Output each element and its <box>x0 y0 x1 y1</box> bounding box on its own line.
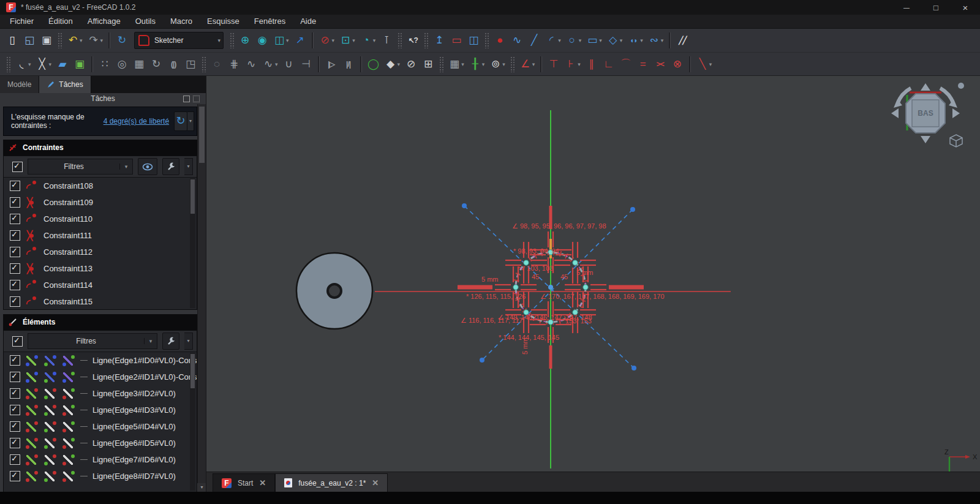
element-row[interactable]: Ligne(Edge2#ID1#VL0)-Const <box>4 369 197 385</box>
trim-edge-icon[interactable]: ╳ <box>34 55 54 73</box>
menu-item[interactable]: Affichage <box>80 15 128 28</box>
minimize-button[interactable] <box>892 0 921 15</box>
menu-item[interactable]: Aide <box>293 15 323 28</box>
view-sketch-icon[interactable]: ▭ <box>448 31 464 50</box>
elements-scrollbar[interactable] <box>190 353 195 491</box>
zoom-selection-icon[interactable]: ◉ <box>254 31 270 50</box>
mini-cube-icon[interactable] <box>950 135 962 147</box>
create-polyline-icon[interactable]: ∿ <box>509 31 525 50</box>
rotate-icon[interactable]: ◌ <box>209 55 225 73</box>
toolbar-drag-handle[interactable] <box>484 32 489 48</box>
chevron-down-icon[interactable] <box>187 111 194 131</box>
constraint-row[interactable]: Constraint112 <box>4 244 197 260</box>
checkbox[interactable] <box>10 197 20 208</box>
whats-this-icon[interactable]: ↖? <box>405 31 421 50</box>
leave-sketch-icon[interactable]: ↥ <box>431 31 447 50</box>
virtual-space-icon[interactable]: ⊞ <box>420 55 436 73</box>
3d-viewport[interactable]: ∠ 98, 95, 95, 96, 96, 97, 97, 98* 98, 93… <box>206 76 980 472</box>
menu-item[interactable]: Esquisse <box>200 15 247 28</box>
nav-right-arrow[interactable] <box>952 108 960 118</box>
validate-sketch-icon[interactable]: |▷ <box>323 55 339 73</box>
checkbox[interactable] <box>10 438 20 448</box>
sketch-point[interactable] <box>573 260 578 265</box>
nav-down-arrow[interactable] <box>921 136 930 143</box>
create-rectangle-icon[interactable]: ▭ <box>584 31 604 50</box>
checkbox[interactable] <box>10 263 20 274</box>
toolbar-drag-handle[interactable] <box>202 56 206 72</box>
toolbar-drag-handle[interactable] <box>398 32 402 48</box>
checkbox[interactable] <box>10 230 20 241</box>
dimension-icon[interactable]: ∠ <box>518 55 537 73</box>
element-row[interactable]: Ligne(Edge6#ID5#VL0) <box>4 435 197 451</box>
nav-up-arrow[interactable] <box>921 83 930 91</box>
tab-document[interactable]: fusée_a_eau_v2 : 1* <box>275 473 388 492</box>
create-point-icon[interactable]: ● <box>492 31 508 50</box>
checkbox[interactable] <box>10 296 20 307</box>
sketch-point[interactable] <box>583 285 588 290</box>
close-tab-icon[interactable] <box>372 478 379 487</box>
toolbar-drag-handle[interactable] <box>424 32 428 48</box>
panel-scrollbar[interactable] <box>197 104 206 483</box>
create-circle-icon[interactable]: ○ <box>564 31 584 50</box>
constraint-row[interactable]: Constraint110 <box>4 211 197 227</box>
redo-icon[interactable]: ↷ <box>86 31 105 50</box>
sketch-point[interactable] <box>513 285 518 290</box>
axonometric-view-icon[interactable]: ◫ <box>271 31 291 50</box>
internal-alignment-icon[interactable]: ⊘ <box>403 55 419 73</box>
nav-left-arrow[interactable] <box>891 108 899 118</box>
box-selection-icon[interactable]: ⊡ <box>337 31 357 50</box>
tab-modele[interactable]: Modèle <box>0 76 39 93</box>
fillet-icon[interactable]: ◟ <box>13 55 33 73</box>
element-row[interactable]: Ligne(Edge1#ID0#VL0)-Const <box>4 352 197 369</box>
elements-section-header[interactable]: Éléments <box>3 314 197 330</box>
tab-start[interactable]: Start <box>213 473 275 492</box>
refresh-icon[interactable] <box>174 111 187 131</box>
increase-degree-icon[interactable]: ∿ <box>243 55 259 73</box>
checkbox[interactable] <box>10 388 20 399</box>
settings-button[interactable] <box>162 333 179 350</box>
checkbox[interactable] <box>10 181 20 191</box>
element-row[interactable]: Ligne(Edge8#ID7#VL0) <box>4 468 197 484</box>
clone-icon[interactable]: ∷ <box>97 55 113 73</box>
sketch-point[interactable] <box>524 310 529 315</box>
elements-filter-select[interactable]: Filtres <box>28 333 157 349</box>
parallel-icon[interactable]: ∥ <box>584 55 600 73</box>
constraint-row[interactable]: Constraint115 <box>4 293 197 309</box>
constraints-filter-select[interactable]: Filtres <box>28 159 133 175</box>
join-curves-icon[interactable]: ∪ <box>281 55 297 73</box>
element-row[interactable]: Ligne(Edge4#ID3#VL0) <box>4 402 197 418</box>
tab-taches[interactable]: Tâches <box>39 76 91 93</box>
snap-icon[interactable]: ╂ <box>467 55 487 73</box>
measure-icon[interactable]: ⊺ <box>379 31 394 50</box>
refresh-icon[interactable]: ↻ <box>114 31 130 50</box>
create-polygon-icon[interactable]: ◇ <box>605 31 625 50</box>
chevron-down-icon[interactable] <box>184 333 193 350</box>
toggle-construction-icon[interactable]: ╱╱ <box>674 31 690 50</box>
toolbar-drag-handle[interactable] <box>58 32 62 48</box>
convert-nurbs-icon[interactable]: ◆ <box>383 55 402 73</box>
checkbox[interactable] <box>12 162 23 172</box>
toggle-driving-icon[interactable]: ╲ <box>695 55 714 73</box>
menu-item[interactable]: Macro <box>163 15 200 28</box>
constraint-row[interactable]: Constraint114 <box>4 277 197 293</box>
checkbox[interactable] <box>10 214 20 224</box>
checkbox[interactable] <box>10 405 20 415</box>
constraint-row[interactable]: Constraint113 <box>4 260 197 277</box>
toolbar-drag-handle[interactable] <box>439 56 443 72</box>
distance-y-icon[interactable]: ⊤ <box>546 55 562 73</box>
menu-item[interactable]: Fenêtres <box>247 15 293 28</box>
periodic-bspline-icon[interactable]: ◯ <box>366 55 382 73</box>
rendering-order-icon[interactable]: ⊚ <box>488 55 507 73</box>
checkbox[interactable] <box>10 421 20 432</box>
menu-item[interactable]: Outils <box>128 15 163 28</box>
polar-transform-icon[interactable]: ↻ <box>148 55 164 73</box>
grid-icon[interactable]: ▦ <box>447 55 466 73</box>
perpendicular-icon[interactable]: ∟ <box>601 55 617 73</box>
offset-icon[interactable]: ◎ <box>114 55 130 73</box>
checkbox[interactable] <box>10 280 20 290</box>
external-geometry-icon[interactable]: ▰ <box>55 55 70 73</box>
horizontal-vertical-icon[interactable]: ⊦ <box>563 55 582 73</box>
navigation-cube[interactable]: BAS <box>884 78 970 158</box>
symmetry-icon[interactable]: (|) <box>165 55 181 73</box>
show-hide-button[interactable] <box>138 158 157 175</box>
